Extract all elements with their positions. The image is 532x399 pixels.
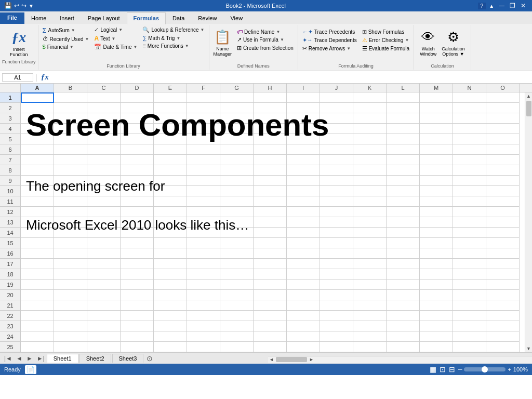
cell-15-11[interactable]	[353, 238, 387, 248]
cell-1-11[interactable]	[353, 92, 387, 103]
cell-6-13[interactable]	[420, 144, 453, 155]
cell-6-15[interactable]	[486, 144, 520, 155]
cell-20-5[interactable]	[154, 290, 187, 300]
cell-25-15[interactable]	[486, 342, 520, 352]
cell-25-5[interactable]	[154, 342, 187, 352]
cell-21-9[interactable]	[287, 300, 320, 311]
cell-24-9[interactable]	[287, 331, 320, 342]
cell-23-14[interactable]	[453, 321, 486, 331]
tab-home[interactable]: Home	[24, 12, 53, 24]
cell-24-12[interactable]	[387, 331, 420, 342]
cell-20-4[interactable]	[121, 290, 154, 300]
cell-5-15[interactable]	[486, 134, 520, 144]
tab-insert[interactable]: Insert	[53, 12, 81, 24]
cell-15-10[interactable]	[320, 238, 353, 248]
ribbon-minimize-icon[interactable]: ▲	[487, 3, 496, 9]
cell-16-7[interactable]	[220, 248, 254, 259]
cell-15-14[interactable]	[453, 238, 486, 248]
cell-6-3[interactable]	[87, 144, 121, 155]
cell-16-3[interactable]	[87, 248, 121, 259]
name-box[interactable]	[2, 73, 33, 82]
cell-14-14[interactable]	[453, 228, 486, 238]
cell-1-4[interactable]	[121, 92, 154, 103]
cell-7-1[interactable]	[21, 155, 54, 165]
scroll-left-arrow[interactable]: ◄	[268, 356, 275, 363]
cell-20-1[interactable]	[21, 290, 54, 300]
cell-19-12[interactable]	[387, 280, 420, 290]
cell-18-13[interactable]	[420, 269, 453, 280]
cell-10-10[interactable]	[320, 186, 353, 196]
normal-view-icon[interactable]: ▦	[430, 365, 436, 374]
cell-22-13[interactable]	[420, 311, 453, 321]
cell-4-14[interactable]	[453, 124, 486, 134]
cell-23-7[interactable]	[220, 321, 254, 331]
cell-15-2[interactable]	[54, 238, 87, 248]
cell-20-7[interactable]	[220, 290, 254, 300]
minimize-icon[interactable]: ─	[497, 1, 507, 10]
cell-23-4[interactable]	[121, 321, 154, 331]
cell-13-10[interactable]	[320, 217, 353, 228]
cell-9-8[interactable]	[254, 176, 287, 186]
cell-17-1[interactable]	[21, 259, 54, 269]
customize-qat-icon[interactable]: ▼	[29, 3, 34, 9]
cell-5-11[interactable]	[353, 134, 387, 144]
cell-12-5[interactable]	[154, 207, 187, 217]
cell-16-14[interactable]	[453, 248, 486, 259]
cell-17-10[interactable]	[320, 259, 353, 269]
cell-3-13[interactable]	[420, 113, 453, 124]
cell-12-6[interactable]	[187, 207, 220, 217]
cell-7-12[interactable]	[387, 155, 420, 165]
cell-19-11[interactable]	[353, 280, 387, 290]
cell-6-2[interactable]	[54, 144, 87, 155]
cell-9-10[interactable]	[320, 176, 353, 186]
cell-7-10[interactable]	[320, 155, 353, 165]
cell-17-6[interactable]	[187, 259, 220, 269]
page-layout-view-icon[interactable]: ⊡	[440, 365, 446, 374]
cell-12-2[interactable]	[54, 207, 87, 217]
cell-23-13[interactable]	[420, 321, 453, 331]
cell-16-15[interactable]	[486, 248, 520, 259]
cell-7-9[interactable]	[287, 155, 320, 165]
cell-12-3[interactable]	[87, 207, 121, 217]
tab-formulas[interactable]: Formulas	[127, 12, 166, 24]
cell-19-7[interactable]	[220, 280, 254, 290]
cell-7-3[interactable]	[87, 155, 121, 165]
cell-22-11[interactable]	[353, 311, 387, 321]
cell-14-13[interactable]	[420, 228, 453, 238]
cell-17-7[interactable]	[220, 259, 254, 269]
cell-12-9[interactable]	[287, 207, 320, 217]
cell-8-12[interactable]	[387, 165, 420, 176]
cell-12-8[interactable]	[254, 207, 287, 217]
cell-8-7[interactable]	[220, 165, 254, 176]
zoom-in-icon[interactable]: +	[508, 366, 511, 373]
cell-11-3[interactable]	[87, 196, 121, 207]
math-trig-button[interactable]: ∑ Math & Trig ▼	[140, 34, 206, 42]
sheet-nav-last[interactable]: ►|	[35, 355, 47, 362]
redo-icon[interactable]: ↪	[21, 2, 26, 9]
cell-23-2[interactable]	[54, 321, 87, 331]
close-icon[interactable]: ✕	[518, 2, 528, 10]
name-manager-button[interactable]: 📋 NameManager	[211, 28, 234, 58]
cell-22-10[interactable]	[320, 311, 353, 321]
cell-7-4[interactable]	[121, 155, 154, 165]
autosum-button[interactable]: Σ AutoSum ▼	[41, 26, 91, 35]
financial-dropdown-icon[interactable]: ▼	[70, 45, 74, 49]
cell-1-7[interactable]	[220, 92, 254, 103]
tab-data[interactable]: Data	[166, 12, 191, 24]
cell-7-11[interactable]	[353, 155, 387, 165]
cell-21-15[interactable]	[486, 300, 520, 311]
cell-24-5[interactable]	[154, 331, 187, 342]
cell-11-10[interactable]	[320, 196, 353, 207]
cell-14-15[interactable]	[486, 228, 520, 238]
cell-18-11[interactable]	[353, 269, 387, 280]
cell-6-8[interactable]	[254, 144, 287, 155]
cell-24-6[interactable]	[187, 331, 220, 342]
cell-17-14[interactable]	[453, 259, 486, 269]
cell-1-5[interactable]	[154, 92, 187, 103]
cell-13-15[interactable]	[486, 217, 520, 228]
cell-22-1[interactable]	[21, 311, 54, 321]
cell-11-9[interactable]	[287, 196, 320, 207]
cell-23-1[interactable]	[21, 321, 54, 331]
logical-button[interactable]: ✓ Logical ▼	[92, 26, 139, 34]
sheet-tab-3[interactable]: Sheet3	[112, 354, 144, 363]
